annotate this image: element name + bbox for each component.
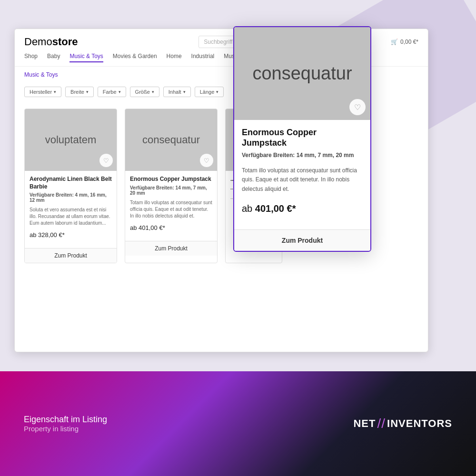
brand-part1: NET (353, 417, 376, 430)
nav-item-home[interactable]: Home (167, 53, 182, 62)
variants-label-1: Verfügbare Breiten: (30, 192, 74, 198)
product-name-2: Enormous Copper Jumpstack (130, 176, 212, 183)
product-card-1: voluptatem ♡ Aerodynamic Linen Black Bel… (24, 109, 117, 263)
popup-wishlist-btn[interactable]: ♡ (349, 99, 366, 115)
product-image-text-1: voluptatem (45, 134, 97, 146)
wishlist-btn-1[interactable]: ♡ (99, 154, 113, 167)
product-description-2: Totam illo voluptas at consequatur sunt … (130, 199, 212, 219)
bottom-section: Eigenschaft im Listing Property in listi… (0, 371, 476, 476)
product-price-2: ab 401,00 €* (130, 224, 212, 231)
product-name-1: Aerodynamic Linen Black Belt Barbie (30, 176, 112, 190)
product-image-1: voluptatem ♡ (25, 109, 117, 171)
bottom-text: Eigenschaft im Listing Property in listi… (24, 415, 107, 433)
product-price-1: ab 328,00 €* (30, 231, 112, 238)
nav-item-movies[interactable]: Movies & Garden (113, 53, 157, 62)
popup-price-value: 401,00 €* (255, 203, 296, 214)
cart-icon: 🛒 (391, 39, 398, 45)
popup-image-text: consequatur (252, 63, 352, 84)
popup-image: consequatur ♡ (234, 27, 370, 120)
product-btn-2[interactable]: Zum Produkt (125, 241, 217, 256)
nav-item-industrial[interactable]: Industrial (191, 53, 215, 62)
product-btn-1[interactable]: Zum Produkt (25, 248, 117, 263)
popup-body: Enormous Copper Jumpstack Verfügbare Bre… (234, 120, 370, 229)
popup-btn[interactable]: Zum Produkt (234, 229, 370, 251)
product-variants-1: Verfügbare Breiten: 4 mm, 16 mm, 12 mm (30, 192, 112, 203)
popup-price: ab 401,00 €* (242, 203, 363, 214)
brand-slash: // (377, 416, 386, 431)
filter-laenge[interactable]: Länge (195, 87, 224, 97)
variants-label-2: Verfügbare Breiten: (130, 185, 174, 190)
cart-area[interactable]: 🛒 0,00 €* (391, 39, 418, 45)
popup-card: consequatur ♡ Enormous Copper Jumpstack … (233, 26, 371, 252)
nav-item-shop[interactable]: Shop (24, 53, 38, 62)
logo-bold: store (52, 36, 78, 48)
cart-total: 0,00 €* (400, 39, 418, 45)
popup-variants-value: 14 mm, 7 mm, 20 mm (297, 152, 354, 159)
popup-description: Totam illo voluptas at consequatur sunt … (242, 166, 363, 194)
filter-hersteller[interactable]: Hersteller (24, 87, 61, 97)
product-info-1: Aerodynamic Linen Black Belt Barbie Verf… (25, 171, 117, 248)
popup-variants: Verfügbare Breiten: 14 mm, 7 mm, 20 mm (242, 152, 363, 159)
product-description-1: Soluta et vero assumenda est et nisi ill… (30, 207, 112, 227)
nav-item-baby[interactable]: Baby (47, 53, 60, 62)
brand-part2: INVENTORS (387, 417, 452, 430)
filter-farbe[interactable]: Farbe (98, 87, 126, 97)
product-image-text-2: consequatur (142, 134, 200, 146)
store-logo: Demostore (24, 36, 78, 48)
wishlist-btn-2[interactable]: ♡ (200, 154, 213, 167)
bottom-line1: Eigenschaft im Listing (24, 415, 107, 425)
product-card-2: consequatur ♡ Enormous Copper Jumpstack … (125, 109, 218, 263)
logo-regular: Demo (24, 36, 52, 48)
nav-item-music-toys[interactable]: Music & Toys (69, 53, 103, 62)
popup-variants-label: Verfügbare Breiten: (242, 152, 295, 159)
popup-product-name: Enormous Copper Jumpstack (242, 128, 363, 148)
bottom-line2: Property in listing (24, 425, 107, 433)
product-image-2: consequatur ♡ (125, 109, 217, 171)
filter-inhalt[interactable]: Inhalt (163, 87, 191, 97)
product-variants-2: Verfügbare Breiten: 14 mm, 7 mm, 20 mm (130, 185, 212, 196)
brand-logo: NET//INVENTORS (353, 416, 452, 431)
main-content: Demostore Suchbegriff ... 🛒 0,00 €* Shop… (0, 0, 476, 371)
filter-groesse[interactable]: Größe (130, 87, 159, 97)
filter-breite[interactable]: Breite (65, 87, 94, 97)
product-info-2: Enormous Copper Jumpstack Verfügbare Bre… (125, 171, 217, 241)
